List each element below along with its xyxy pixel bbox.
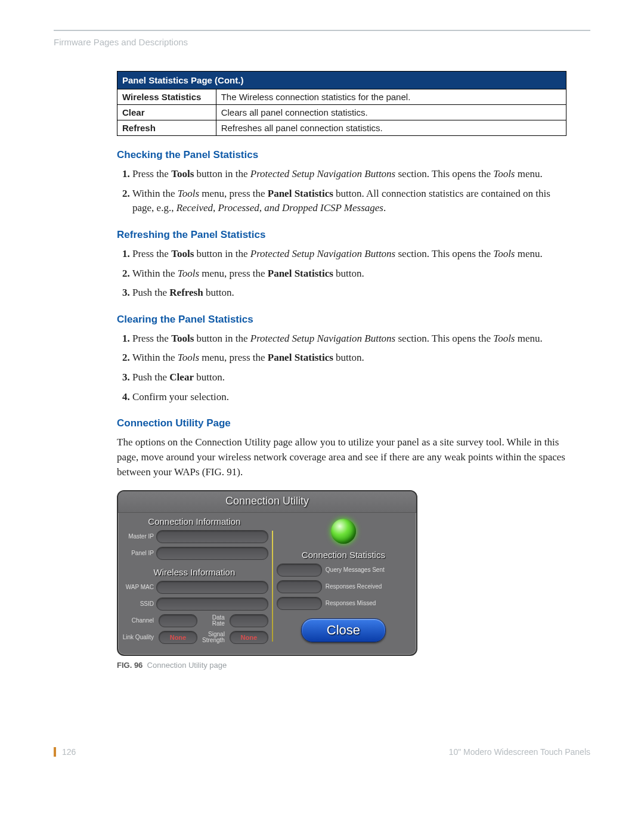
list-item: Press the Tools button in the Protected … [132,332,566,346]
cu-panel-ip-label: Panel IP [120,550,156,557]
figure-caption: FIG. 96 Connection Utility page [117,661,566,670]
table-row: Refresh Refreshes all panel connection s… [117,120,566,136]
list-item: Within the Tools menu, press the Panel S… [132,187,566,216]
doc-title: 10" Modero Widescreen Touch Panels [449,747,590,757]
cu-signal-strength-label: Signal Strength [200,631,227,644]
close-button[interactable]: Close [301,618,386,642]
status-led-icon [331,519,356,544]
breadcrumb: Firmware Pages and Descriptions [54,37,590,47]
heading-connection-utility: Connection Utility Page [117,417,566,429]
figure-connection-utility: Connection Utility Connection Informatio… [117,490,566,670]
cu-channel-label: Channel [120,618,156,624]
table-cell-desc: The Wireless connection statistics for t… [216,89,566,105]
page-number: 126 [54,747,76,757]
cu-signal-strength-field[interactable]: None [230,631,268,644]
table-title: Panel Statistics Page (Cont.) [117,72,566,89]
cu-connection-info-heading: Connection Information [120,516,268,527]
table-cell-label: Refresh [117,120,216,136]
cu-panel-ip-field[interactable] [156,547,268,560]
list-item: Push the Refresh button. [132,286,566,301]
clearing-steps: Press the Tools button in the Protected … [117,332,566,405]
list-item: Push the Clear button. [132,370,566,385]
cu-query-label: Query Messages Sent [326,567,410,574]
cu-ssid-label: SSID [120,601,156,608]
cu-responses-missed-label: Responses Missed [326,600,410,607]
figure-caption-text: Connection Utility page [147,661,227,670]
table-row: Clear Clears all panel connection statis… [117,105,566,120]
panel-statistics-table: Panel Statistics Page (Cont.) Wireless S… [117,71,566,136]
cu-connection-stats-heading: Connection Statistics [302,550,385,560]
cu-link-quality-field[interactable]: None [159,631,197,644]
cu-divider [272,531,273,642]
cu-wap-mac-label: WAP MAC [120,584,156,591]
cu-link-quality-label: Link Quality [120,634,156,641]
cu-query-field[interactable] [277,563,322,577]
cu-title: Connection Utility [118,491,416,513]
cu-responses-received-field[interactable] [277,580,322,593]
page-footer: 126 10" Modero Widescreen Touch Panels [54,747,590,757]
figure-number: FIG. 96 [117,661,143,670]
list-item: Within the Tools menu, press the Panel S… [132,267,566,281]
table-cell-label: Wireless Statistics [117,89,216,105]
cu-data-rate-label: Data Rate [200,615,227,627]
heading-clearing: Clearing the Panel Statistics [117,314,566,326]
heading-checking: Checking the Panel Statistics [117,149,566,161]
list-item: Press the Tools button in the Protected … [132,167,566,182]
cu-data-rate-field[interactable] [230,614,268,627]
cu-wap-mac-field[interactable] [156,581,268,594]
cu-channel-field[interactable] [159,614,197,627]
cu-responses-missed-field[interactable] [277,597,322,610]
list-item: Within the Tools menu, press the Panel S… [132,351,566,366]
cu-master-ip-label: Master IP [120,534,156,540]
refreshing-steps: Press the Tools button in the Protected … [117,247,566,301]
checking-steps: Press the Tools button in the Protected … [117,167,566,216]
cu-master-ip-field[interactable] [156,530,268,543]
table-cell-desc: Clears all panel connection statistics. [216,105,566,120]
table-cell-desc: Refreshes all panel connection statistic… [216,120,566,136]
connection-utility-paragraph: The options on the Connection Utility pa… [117,435,566,479]
cu-responses-received-label: Responses Received [326,584,410,590]
list-item: Press the Tools button in the Protected … [132,247,566,262]
connection-utility-panel: Connection Utility Connection Informatio… [117,490,417,656]
cu-ssid-field[interactable] [156,597,268,611]
table-cell-label: Clear [117,105,216,120]
heading-refreshing: Refreshing the Panel Statistics [117,229,566,241]
cu-wireless-info-heading: Wireless Information [120,567,268,577]
table-row: Wireless Statistics The Wireless connect… [117,89,566,105]
list-item: Confirm your selection. [132,390,566,405]
